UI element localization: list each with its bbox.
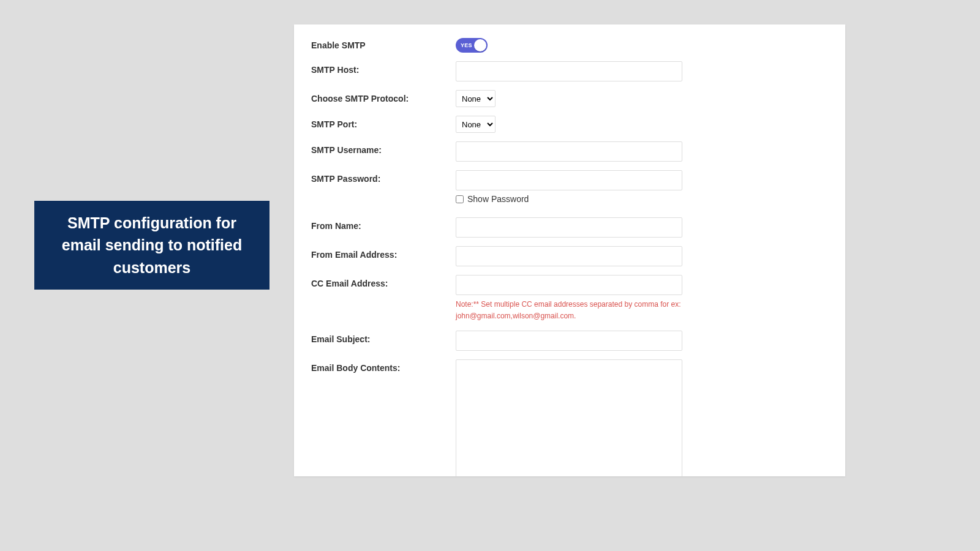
toggle-label-yes: YES [461,42,472,48]
select-smtp-port[interactable]: None [456,116,496,133]
label-smtp-protocol: Choose SMTP Protocol: [311,90,456,103]
input-from-email[interactable] [456,246,682,266]
label-email-body: Email Body Contents: [311,359,456,373]
smtp-settings-panel: Enable SMTP YES SMTP Host: Choose SMTP P… [294,24,845,476]
row-email-subject: Email Subject: [311,331,828,351]
label-smtp-port: SMTP Port: [311,116,456,129]
show-password-row: Show Password [456,194,682,204]
row-smtp-password: SMTP Password: Show Password [311,170,828,211]
label-from-name: From Name: [311,217,456,231]
row-cc-email: CC Email Address: Note:** Set multiple C… [311,275,828,322]
row-smtp-port: SMTP Port: None [311,116,828,133]
toggle-knob [474,39,486,51]
label-email-subject: Email Subject: [311,331,456,344]
select-smtp-protocol[interactable]: None [456,90,496,107]
label-enable-smtp: Enable SMTP [311,37,456,50]
toggle-enable-smtp[interactable]: YES [456,38,488,53]
row-enable-smtp: Enable SMTP YES [311,37,828,53]
row-email-body: Email Body Contents: [311,359,828,476]
row-smtp-protocol: Choose SMTP Protocol: None [311,90,828,107]
label-cc-email: CC Email Address: [311,275,456,288]
label-from-email: From Email Address: [311,246,456,260]
input-from-name[interactable] [456,217,682,238]
row-from-email: From Email Address: [311,246,828,266]
callout-text: SMTP configuration for email sending to … [62,214,242,276]
label-show-password: Show Password [467,194,529,204]
input-smtp-password[interactable] [456,170,682,190]
input-cc-email[interactable] [456,275,682,295]
label-smtp-host: SMTP Host: [311,61,456,75]
row-from-name: From Name: [311,217,828,238]
row-smtp-host: SMTP Host: [311,61,828,81]
callout-box: SMTP configuration for email sending to … [34,201,270,290]
textarea-email-body[interactable] [456,359,682,476]
label-smtp-username: SMTP Username: [311,141,456,155]
input-smtp-username[interactable] [456,141,682,162]
checkbox-show-password[interactable] [456,195,464,203]
label-smtp-password: SMTP Password: [311,170,456,184]
note-cc-email: Note:** Set multiple CC email addresses … [456,299,682,322]
row-smtp-username: SMTP Username: [311,141,828,162]
input-email-subject[interactable] [456,331,682,351]
input-smtp-host[interactable] [456,61,682,81]
